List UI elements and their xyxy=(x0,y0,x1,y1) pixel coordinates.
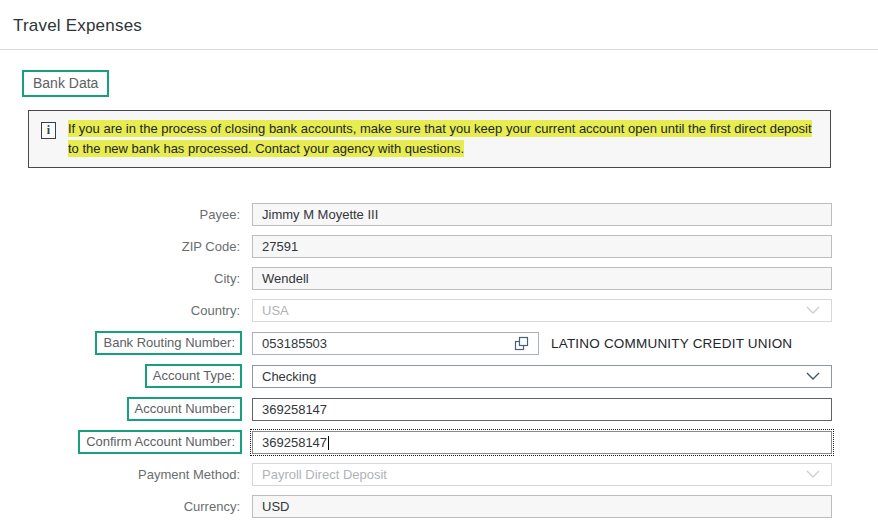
page-title: Travel Expenses xyxy=(13,16,866,36)
section-title-bank-data: Bank Data xyxy=(22,70,109,97)
account-number-value: 369258147 xyxy=(262,402,822,417)
payment-method-label: Payment Method: xyxy=(138,467,242,482)
form-row-payment-method: Payment Method: Payroll Direct Deposit xyxy=(0,463,832,486)
chevron-down-icon xyxy=(806,470,820,479)
zip-code-value: 27591 xyxy=(262,239,822,254)
currency-value: USD xyxy=(262,499,822,514)
account-number-label: Account Number: xyxy=(127,397,242,421)
payee-value: Jimmy M Moyette III xyxy=(262,207,822,222)
payment-method-select: Payroll Direct Deposit xyxy=(252,463,832,486)
city-field[interactable]: Wendell xyxy=(252,267,832,290)
form-row-zip: ZIP Code: 27591 xyxy=(0,235,832,258)
info-message-text: If you are in the process of closing ban… xyxy=(68,119,816,159)
confirm-account-number-value: 369258147 xyxy=(262,435,822,451)
account-type-label: Account Type: xyxy=(145,364,242,388)
payment-method-value: Payroll Direct Deposit xyxy=(262,467,798,482)
chevron-down-icon[interactable] xyxy=(806,372,820,381)
info-icon: i xyxy=(41,122,56,139)
form-row-currency: Currency: USD xyxy=(0,495,832,518)
confirm-account-number-input[interactable]: 369258147 xyxy=(252,431,832,454)
city-value: Wendell xyxy=(262,271,822,286)
form-row-account-type: Account Type: Checking xyxy=(0,364,832,388)
bank-routing-number-label: Bank Routing Number: xyxy=(95,331,242,355)
form-row-bank-routing-number: Bank Routing Number: 053185503 LATINO CO… xyxy=(0,331,832,355)
chevron-down-icon xyxy=(806,306,820,315)
form-row-confirm-account-number: Confirm Account Number: 369258147 xyxy=(0,430,832,454)
country-label: Country: xyxy=(191,303,242,318)
currency-field[interactable]: USD xyxy=(252,495,832,518)
form-row-city: City: Wendell xyxy=(0,267,832,290)
form-row-payee: Payee: Jimmy M Moyette III xyxy=(0,203,832,226)
bank-name-text: LATINO COMMUNITY CREDIT UNION xyxy=(551,336,792,351)
payee-field[interactable]: Jimmy M Moyette III xyxy=(252,203,832,226)
bank-routing-number-input[interactable]: 053185503 xyxy=(252,332,539,355)
currency-label: Currency: xyxy=(184,499,242,514)
city-label: City: xyxy=(214,271,242,286)
payee-label: Payee: xyxy=(200,207,242,222)
form-row-account-number: Account Number: 369258147 xyxy=(0,397,832,421)
info-message-strip: i If you are in the process of closing b… xyxy=(28,110,831,168)
form-row-country: Country: USA xyxy=(0,299,832,322)
zip-code-field[interactable]: 27591 xyxy=(252,235,832,258)
text-cursor xyxy=(328,436,329,450)
highlighted-message: If you are in the process of closing ban… xyxy=(68,120,812,157)
bank-data-form: Payee: Jimmy M Moyette III ZIP Code: 275… xyxy=(0,203,878,518)
account-number-input[interactable]: 369258147 xyxy=(252,398,832,421)
value-help-icon[interactable] xyxy=(514,336,529,351)
account-type-value: Checking xyxy=(262,369,798,384)
account-type-select[interactable]: Checking xyxy=(252,365,832,388)
page-header: Travel Expenses xyxy=(0,0,878,50)
bank-routing-number-value: 053185503 xyxy=(262,336,506,351)
confirm-account-number-label: Confirm Account Number: xyxy=(78,430,242,454)
zip-code-label: ZIP Code: xyxy=(182,239,242,254)
country-select: USA xyxy=(252,299,832,322)
country-value: USA xyxy=(262,303,798,318)
